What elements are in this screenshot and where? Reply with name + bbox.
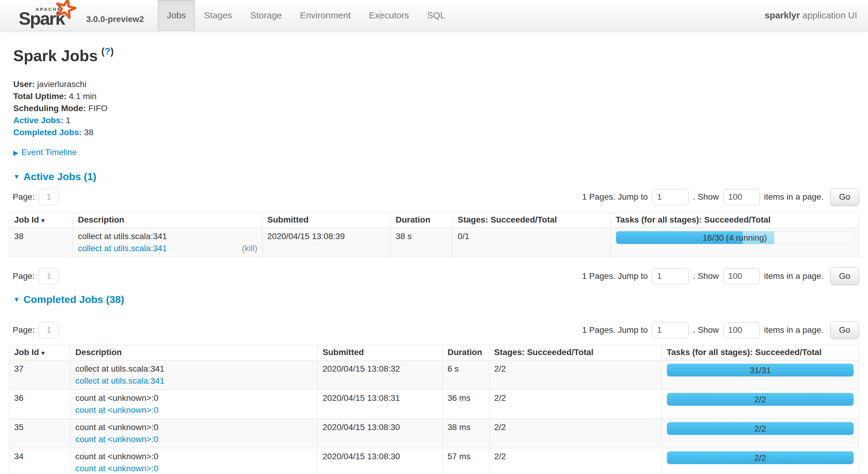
info-label-scheduling-mode: Scheduling Mode:	[13, 104, 86, 113]
items-text: items in a page.	[764, 192, 824, 202]
col-duration[interactable]: Duration	[442, 345, 489, 361]
page-title: Spark Jobs(?)	[13, 47, 859, 66]
jump-input[interactable]	[652, 322, 689, 338]
help-link[interactable]: (?)	[101, 46, 114, 57]
job-description-text: collect at utils.scala:341	[75, 363, 313, 375]
job-description-link[interactable]: collect at utils.scala:341	[75, 375, 164, 387]
col-job-id[interactable]: Job Id▾	[9, 213, 73, 228]
pagination-active-top: Page: 1 1 Pages. Jump to . Show items in…	[9, 188, 859, 206]
job-id-cell: 36	[9, 390, 70, 419]
active-jobs-header[interactable]: ▼Active Jobs (1)	[13, 170, 859, 183]
tab-environment[interactable]: Environment	[291, 0, 360, 31]
event-timeline-toggle[interactable]: ▶Event Timeline	[13, 146, 859, 159]
active-jobs-title: Active Jobs (1)	[24, 171, 96, 182]
pagination-active-bottom: Page: 1 1 Pages. Jump to . Show items in…	[9, 267, 859, 285]
app-title: sparklyr application UI	[765, 10, 868, 21]
job-submitted-cell: 2020/04/15 13:08:32	[318, 361, 442, 390]
show-text: . Show	[693, 192, 719, 202]
job-tasks-cell: 2/2	[661, 448, 859, 474]
jump-input[interactable]	[652, 189, 689, 205]
col-tasks-for-all-stages-succeeded-total[interactable]: Tasks (for all stages): Succeeded/Total	[611, 213, 859, 228]
tasks-progress-bar: 2/2	[667, 451, 854, 464]
app-title-suffix: application UI	[800, 10, 857, 20]
info-value-scheduling-mode: FIFO	[86, 104, 107, 113]
tab-sql[interactable]: SQL	[418, 0, 454, 31]
page-label: Page:	[13, 325, 35, 335]
completed-jobs-header[interactable]: ▼Completed Jobs (38)	[13, 293, 859, 306]
job-tasks-cell: 2/2	[661, 390, 859, 419]
job-row-37: 37collect at utils.scala:341collect at u…	[9, 361, 859, 390]
nav-tabs: JobsStagesStorageEnvironmentExecutorsSQL	[158, 0, 454, 31]
col-description[interactable]: Description	[70, 345, 317, 361]
col-job-id[interactable]: Job Id▾	[9, 345, 70, 361]
job-description-line2: collect at utils.scala:341	[75, 375, 313, 387]
job-description-line2: collect at utils.scala:341(kill)	[78, 242, 257, 255]
active-header-row: Job Id▾DescriptionSubmittedDurationStage…	[9, 213, 859, 228]
col-stages-succeeded-total[interactable]: Stages: Succeeded/Total	[489, 345, 661, 361]
show-input[interactable]	[723, 189, 760, 205]
info-item-total-uptime: Total Uptime: 4.1 min	[13, 90, 859, 102]
active-jobs-table: Job Id▾DescriptionSubmittedDurationStage…	[9, 212, 859, 257]
job-description-link[interactable]: count at <unknown>:0	[75, 433, 158, 445]
job-description-link[interactable]: count at <unknown>:0	[75, 463, 158, 474]
show-text: . Show	[693, 325, 719, 335]
col-tasks-for-all-stages-succeeded-total[interactable]: Tasks (for all stages): Succeeded/Total	[661, 345, 859, 361]
job-description-cell: count at <unknown>:0count at <unknown>:0	[70, 390, 317, 419]
col-submitted[interactable]: Submitted	[318, 345, 442, 361]
info-label-active-jobs[interactable]: Active Jobs:	[13, 116, 64, 125]
progress-label: 2/2	[667, 422, 854, 435]
col-description[interactable]: Description	[73, 213, 262, 228]
page-label: Page:	[13, 271, 35, 281]
page-button[interactable]: 1	[39, 268, 59, 284]
job-id-cell: 34	[9, 448, 70, 474]
info-label-user: User:	[13, 79, 35, 89]
job-description-text: count at <unknown>:0	[75, 421, 313, 433]
kill-link[interactable]: (kill)	[242, 242, 257, 255]
tasks-progress-bar: 16/30 (4 running)	[616, 231, 854, 244]
tab-stages[interactable]: Stages	[195, 0, 241, 31]
items-text: items in a page.	[764, 325, 824, 335]
job-duration-cell: 36 ms	[442, 390, 489, 419]
go-button[interactable]: Go	[830, 188, 859, 206]
go-button[interactable]: Go	[830, 321, 859, 339]
tab-jobs[interactable]: Jobs	[158, 0, 195, 31]
app-name: sparklyr	[765, 10, 800, 20]
info-label-completed-jobs[interactable]: Completed Jobs:	[13, 128, 82, 137]
col-submitted[interactable]: Submitted	[262, 213, 391, 228]
show-input[interactable]	[723, 322, 760, 338]
job-id-cell: 37	[9, 361, 70, 390]
tab-executors[interactable]: Executors	[360, 0, 418, 31]
tasks-progress-bar: 2/2	[667, 422, 854, 435]
job-tasks-cell: 31/31	[661, 361, 859, 390]
job-description-link[interactable]: collect at utils.scala:341	[78, 242, 167, 255]
job-id-cell: 38	[9, 228, 73, 257]
job-duration-cell: 6 s	[442, 361, 489, 390]
info-item-active-jobs: Active Jobs: 1	[13, 114, 859, 127]
completed-jobs-table: Job Id▾DescriptionSubmittedDurationStage…	[9, 345, 859, 474]
job-row-36: 36count at <unknown>:0count at <unknown>…	[9, 390, 859, 419]
page-button[interactable]: 1	[39, 189, 59, 205]
job-submitted-cell: 2020/04/15 13:08:30	[318, 448, 442, 474]
sort-desc-icon: ▾	[41, 217, 44, 224]
col-stages-succeeded-total[interactable]: Stages: Succeeded/Total	[453, 213, 611, 228]
info-item-completed-jobs: Completed Jobs: 38	[13, 127, 859, 138]
page-button[interactable]: 1	[39, 322, 59, 338]
jump-input[interactable]	[652, 268, 689, 284]
pages-text: 1 Pages. Jump to	[582, 271, 648, 281]
job-description-link[interactable]: count at <unknown>:0	[75, 404, 158, 416]
expand-right-icon: ▶	[13, 149, 19, 157]
info-list: User: javierluraschiTotal Uptime: 4.1 mi…	[13, 78, 859, 138]
info-value-user: javierluraschi	[35, 79, 87, 89]
col-duration[interactable]: Duration	[391, 213, 453, 228]
job-stages-cell: 2/2	[489, 419, 661, 448]
collapse-down-icon: ▼	[13, 173, 20, 180]
tab-storage[interactable]: Storage	[241, 0, 291, 31]
job-description-text: count at <unknown>:0	[75, 392, 313, 404]
show-input[interactable]	[723, 268, 760, 284]
job-duration-cell: 38 ms	[442, 419, 489, 448]
version-label: 3.0.0-preview2	[86, 14, 144, 24]
event-timeline-label: Event Timeline	[22, 147, 77, 157]
job-description-cell: count at <unknown>:0count at <unknown>:0	[70, 419, 317, 448]
job-stages-cell: 2/2	[489, 448, 661, 474]
go-button[interactable]: Go	[830, 267, 859, 285]
